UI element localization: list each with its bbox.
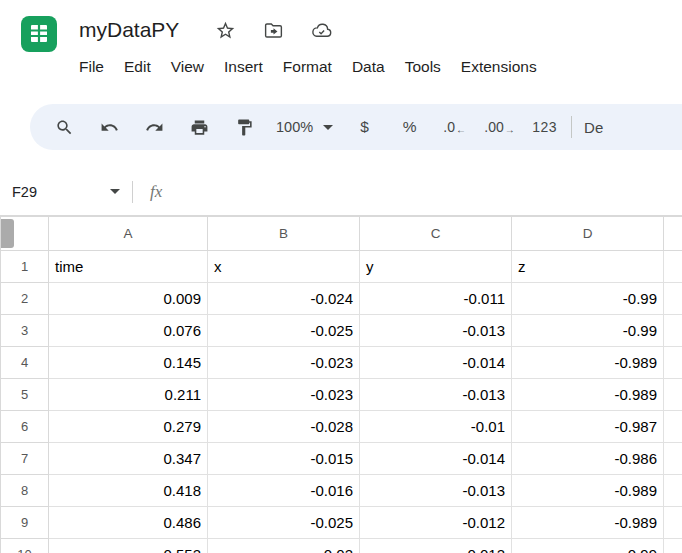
currency-format-button[interactable]: $ [342, 109, 387, 145]
cell-E7[interactable] [664, 443, 682, 475]
cell-D7[interactable]: -0.986 [512, 443, 664, 475]
cell-E5[interactable] [664, 379, 682, 411]
zoom-selector[interactable]: 100% [267, 109, 342, 145]
document-title[interactable]: myDataPY [79, 18, 179, 42]
percent-format-button[interactable]: % [387, 109, 432, 145]
move-to-folder-icon[interactable] [262, 19, 284, 41]
cell-D4[interactable]: -0.989 [512, 347, 664, 379]
increase-decimal-button[interactable]: .00→ [477, 109, 522, 145]
cell-C6[interactable]: -0.01 [360, 411, 512, 443]
cell-C2[interactable]: -0.011 [360, 283, 512, 315]
cell-E1[interactable] [664, 251, 682, 283]
column-header-d[interactable]: D [512, 217, 664, 251]
search-button[interactable] [42, 109, 87, 145]
cell-E9[interactable] [664, 507, 682, 539]
menu-view[interactable]: View [161, 53, 214, 81]
cell-B9[interactable]: -0.025 [208, 507, 360, 539]
chevron-down-icon [110, 189, 120, 194]
row-header[interactable]: 2 [1, 283, 49, 315]
cell-A4[interactable]: 0.145 [49, 347, 208, 379]
cell-A8[interactable]: 0.418 [49, 475, 208, 507]
cell-D6[interactable]: -0.987 [512, 411, 664, 443]
redo-button[interactable] [132, 109, 177, 145]
row-header[interactable]: 8 [1, 475, 49, 507]
row-header[interactable]: 3 [1, 315, 49, 347]
cell-C5[interactable]: -0.013 [360, 379, 512, 411]
cell-B10[interactable]: -0.02 [208, 539, 360, 553]
cell-A9[interactable]: 0.486 [49, 507, 208, 539]
cell-D1[interactable]: z [512, 251, 664, 283]
star-icon[interactable] [214, 19, 236, 41]
cell-D10[interactable]: -0.99 [512, 539, 664, 553]
cell-C4[interactable]: -0.014 [360, 347, 512, 379]
cell-C9[interactable]: -0.012 [360, 507, 512, 539]
cell-B3[interactable]: -0.025 [208, 315, 360, 347]
cell-B1[interactable]: x [208, 251, 360, 283]
column-header-c[interactable]: C [360, 217, 512, 251]
cell-E8[interactable] [664, 475, 682, 507]
cell-D2[interactable]: -0.99 [512, 283, 664, 315]
column-header-a[interactable]: A [49, 217, 208, 251]
formula-input[interactable] [162, 168, 682, 215]
cell-E6[interactable] [664, 411, 682, 443]
cell-B7[interactable]: -0.015 [208, 443, 360, 475]
cell-C10[interactable]: -0.012 [360, 539, 512, 553]
select-all-corner[interactable] [1, 217, 49, 251]
cell-A6[interactable]: 0.279 [49, 411, 208, 443]
column-header-b[interactable]: B [208, 217, 360, 251]
undo-button[interactable] [87, 109, 132, 145]
row-header[interactable]: 5 [1, 379, 49, 411]
cell-D9[interactable]: -0.989 [512, 507, 664, 539]
cell-E2[interactable] [664, 283, 682, 315]
row-header[interactable]: 6 [1, 411, 49, 443]
paint-format-button[interactable] [222, 109, 267, 145]
row-header[interactable]: 7 [1, 443, 49, 475]
row-header[interactable]: 9 [1, 507, 49, 539]
cell-A7[interactable]: 0.347 [49, 443, 208, 475]
zoom-level: 100% [276, 119, 313, 135]
cell-E4[interactable] [664, 347, 682, 379]
table-row: 2 0.009 -0.024 -0.011 -0.99 [1, 283, 682, 315]
row-header[interactable]: 10 [1, 539, 49, 553]
cell-C1[interactable]: y [360, 251, 512, 283]
menu-tools[interactable]: Tools [395, 53, 451, 81]
sheets-logo-icon[interactable] [19, 14, 59, 54]
number-format-label: 123 [532, 119, 557, 135]
cell-B2[interactable]: -0.024 [208, 283, 360, 315]
cell-A2[interactable]: 0.009 [49, 283, 208, 315]
cell-A3[interactable]: 0.076 [49, 315, 208, 347]
cell-E3[interactable] [664, 315, 682, 347]
cell-B6[interactable]: -0.028 [208, 411, 360, 443]
cell-B5[interactable]: -0.023 [208, 379, 360, 411]
cell-D5[interactable]: -0.989 [512, 379, 664, 411]
cell-D8[interactable]: -0.989 [512, 475, 664, 507]
decrease-decimal-arrow-icon: ← [456, 124, 466, 135]
cell-B4[interactable]: -0.023 [208, 347, 360, 379]
column-header-e[interactable] [664, 217, 682, 251]
cell-E10[interactable] [664, 539, 682, 553]
cell-D3[interactable]: -0.99 [512, 315, 664, 347]
cell-A10[interactable]: 0.552 [49, 539, 208, 553]
cell-B8[interactable]: -0.016 [208, 475, 360, 507]
cell-C7[interactable]: -0.014 [360, 443, 512, 475]
menu-edit[interactable]: Edit [114, 53, 161, 81]
menu-extensions[interactable]: Extensions [451, 53, 547, 81]
decrease-decimal-button[interactable]: .0← [432, 109, 477, 145]
row-header[interactable]: 4 [1, 347, 49, 379]
row-header[interactable]: 1 [1, 251, 49, 283]
menu-data[interactable]: Data [342, 53, 395, 81]
cell-A1[interactable]: time [49, 251, 208, 283]
name-box[interactable]: F29 [0, 168, 132, 215]
font-selector[interactable]: De [576, 109, 611, 145]
cell-A5[interactable]: 0.211 [49, 379, 208, 411]
freeze-handle[interactable] [1, 219, 14, 248]
menu-format[interactable]: Format [273, 53, 342, 81]
search-icon [55, 118, 74, 137]
number-format-button[interactable]: 123 [522, 109, 567, 145]
cloud-save-status-icon[interactable] [310, 19, 332, 41]
cell-C3[interactable]: -0.013 [360, 315, 512, 347]
menu-file[interactable]: File [69, 53, 114, 81]
cell-C8[interactable]: -0.013 [360, 475, 512, 507]
print-button[interactable] [177, 109, 222, 145]
menu-insert[interactable]: Insert [214, 53, 273, 81]
